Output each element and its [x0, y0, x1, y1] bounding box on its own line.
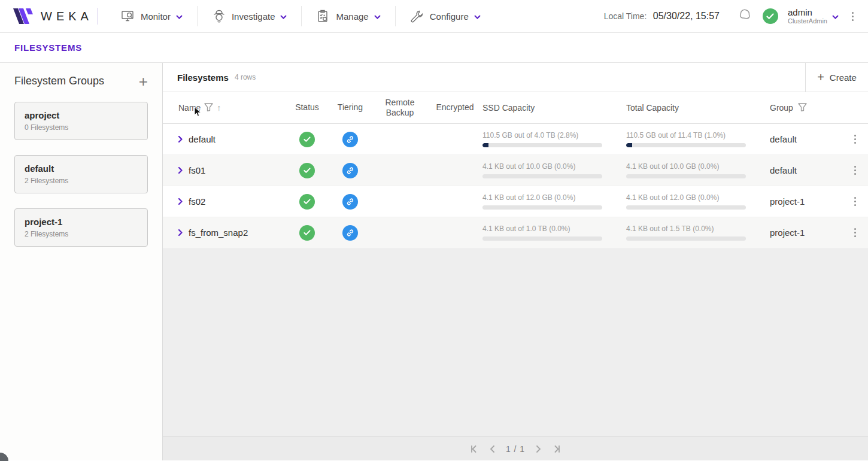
- column-header-tiering[interactable]: Tiering: [328, 102, 372, 113]
- filesystem-name-cell[interactable]: default: [163, 134, 286, 144]
- menu-investigate[interactable]: Investigate: [198, 6, 302, 26]
- status-cell: [286, 225, 328, 241]
- manage-icon: [316, 10, 330, 23]
- page-title: FILESYSTEMS: [14, 43, 82, 53]
- ssd-capacity-cell: 110.5 GB out of 4.0 TB (2.8%): [482, 131, 626, 147]
- column-header-status[interactable]: Status: [286, 102, 328, 113]
- page-title-bar: FILESYSTEMS: [0, 33, 868, 63]
- table-row[interactable]: fs01 4.1 KB out of 1: [163, 155, 868, 186]
- local-time-label: Local Time:: [604, 11, 647, 21]
- tiering-link-icon[interactable]: [342, 132, 358, 147]
- column-header-ssd-capacity[interactable]: SSD Capacity: [482, 103, 626, 113]
- total-capacity-text: 4.1 KB out of 10.0 GB (0.0%): [626, 162, 747, 171]
- table-empty-area: [163, 248, 868, 436]
- user-name: admin: [788, 8, 827, 18]
- total-capacity-cell: 4.1 KB out of 12.0 GB (0.0%): [626, 193, 770, 210]
- total-capacity-bar: [626, 143, 746, 147]
- next-page-icon[interactable]: [536, 445, 542, 453]
- kebab-menu-icon[interactable]: [848, 10, 857, 23]
- menu-configure[interactable]: Configure: [396, 6, 495, 26]
- status-ok-icon[interactable]: [299, 194, 315, 210]
- column-label: Group: [770, 103, 793, 113]
- topbar-right: Local Time: 05/30/22, 15:57 admin Cluste…: [604, 7, 857, 25]
- filesystem-name-cell[interactable]: fs01: [163, 165, 286, 175]
- tiering-link-icon[interactable]: [342, 163, 358, 178]
- table-row[interactable]: fs02 4.1 KB out of 1: [163, 186, 868, 217]
- menu-configure-label: Configure: [430, 11, 469, 22]
- prev-page-icon[interactable]: [489, 445, 495, 453]
- menu-monitor[interactable]: Monitor: [107, 6, 198, 26]
- status-cell: [286, 163, 328, 178]
- filter-icon[interactable]: [204, 103, 213, 113]
- filesystem-name-cell[interactable]: fs_from_snap2: [163, 228, 286, 238]
- column-header-group[interactable]: Group: [770, 103, 843, 113]
- tiering-cell: [328, 194, 372, 210]
- group-card-default[interactable]: default 2 Filesystems: [14, 155, 148, 193]
- status-ok-icon[interactable]: [299, 163, 315, 178]
- mouse-cursor-icon: [194, 107, 202, 119]
- local-time-value: 05/30/22, 15:57: [653, 11, 720, 21]
- last-page-icon[interactable]: [553, 445, 562, 453]
- create-button-label: Create: [830, 72, 857, 83]
- column-label: SSD Capacity: [482, 103, 535, 113]
- row-kebab-menu-icon[interactable]: [851, 132, 860, 146]
- weka-logo[interactable]: WEKA: [13, 8, 93, 24]
- filter-icon[interactable]: [798, 103, 807, 113]
- row-kebab-menu-icon[interactable]: [851, 226, 860, 239]
- ssd-capacity-bar: [482, 236, 602, 241]
- filesystem-name: fs02: [189, 196, 205, 207]
- total-capacity-text: 4.1 KB out of 12.0 GB (0.0%): [626, 193, 747, 202]
- group-count: 2 Filesystems: [25, 177, 138, 185]
- table-row[interactable]: default 110.5 GB out: [163, 124, 868, 155]
- tiering-link-icon[interactable]: [342, 225, 358, 241]
- expand-chevron-icon[interactable]: [178, 165, 183, 175]
- user-info: admin ClusterAdmin: [788, 8, 827, 25]
- column-header-remote-backup[interactable]: Remote Backup: [372, 98, 427, 119]
- page-indicator: 1 / 1: [506, 444, 525, 454]
- sidebar-header: Filesystem Groups +: [14, 75, 148, 87]
- group-cell: project-1: [770, 196, 843, 207]
- first-page-icon[interactable]: [469, 445, 478, 453]
- column-header-name[interactable]: Name ↑: [163, 103, 286, 113]
- ssd-capacity-text: 4.1 KB out of 12.0 GB (0.0%): [482, 193, 603, 202]
- user-menu[interactable]: admin ClusterAdmin: [788, 8, 839, 25]
- expand-chevron-icon[interactable]: [178, 228, 183, 238]
- total-capacity-bar: [626, 205, 746, 210]
- status-ok-icon[interactable]: [299, 225, 315, 241]
- ssd-capacity-cell: 4.1 KB out of 10.0 GB (0.0%): [482, 162, 626, 178]
- filesystem-name: fs_from_snap2: [189, 228, 248, 238]
- row-kebab-menu-icon[interactable]: [851, 195, 860, 208]
- column-header-total-capacity[interactable]: Total Capacity: [626, 103, 770, 113]
- expand-chevron-icon[interactable]: [178, 196, 183, 207]
- tiering-cell: [328, 225, 372, 241]
- group-card-aproject[interactable]: aproject 0 Filesystems: [14, 102, 148, 140]
- tiering-link-icon[interactable]: [342, 194, 358, 210]
- row-actions: [843, 226, 867, 239]
- row-actions: [843, 132, 867, 146]
- sort-asc-icon[interactable]: ↑: [217, 103, 221, 113]
- table-header-row: Name ↑ Status Tiering Remote Backup Encr…: [163, 92, 868, 124]
- expand-chevron-icon[interactable]: [178, 134, 183, 144]
- column-header-encrypted[interactable]: Encrypted: [427, 102, 482, 113]
- group-card-project-1[interactable]: project-1 2 Filesystems: [14, 208, 148, 247]
- status-ok-icon[interactable]: [299, 132, 315, 147]
- table-toolbar: Filesystems 4 rows + Create: [163, 63, 868, 92]
- investigate-icon: [212, 10, 226, 23]
- group-cell: default: [770, 165, 843, 175]
- configure-icon: [410, 10, 424, 23]
- ssd-capacity-text: 110.5 GB out of 4.0 TB (2.8%): [482, 131, 603, 139]
- table-row-count: 4 rows: [235, 73, 256, 81]
- row-kebab-menu-icon[interactable]: [851, 163, 860, 177]
- row-actions: [843, 195, 867, 208]
- notifications-bell-icon[interactable]: [738, 7, 753, 25]
- chevron-down-icon: [474, 11, 481, 22]
- add-group-icon[interactable]: +: [139, 75, 148, 87]
- filesystem-name-cell[interactable]: fs02: [163, 196, 286, 207]
- cluster-health-icon[interactable]: [763, 8, 778, 24]
- tiering-cell: [328, 163, 372, 178]
- menu-manage[interactable]: Manage: [302, 6, 395, 26]
- create-button[interactable]: + Create: [805, 63, 868, 92]
- table-row[interactable]: fs_from_snap2 4.1 KB: [163, 217, 868, 248]
- main-menu: Monitor Investigate: [107, 0, 495, 32]
- total-capacity-bar: [626, 236, 746, 241]
